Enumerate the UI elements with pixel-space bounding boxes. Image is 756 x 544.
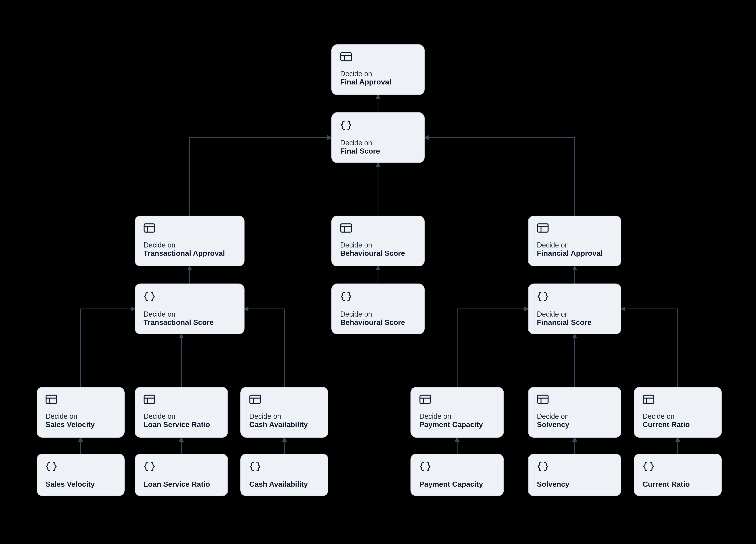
node-title: Financial Approval — [537, 249, 612, 259]
node-title: Transactional Approval — [144, 249, 236, 259]
node-behavioural-score-b[interactable]: Decide onBehavioural Score — [331, 284, 425, 334]
node-solvency-d[interactable]: Decide onSolvency — [528, 387, 621, 438]
node-title: Payment Capacity — [419, 421, 495, 430]
braces-icon — [144, 461, 219, 474]
braces-icon — [340, 291, 416, 304]
node-prefix: Decide on — [537, 310, 612, 319]
edge-current-ratio-d-to-financial-score — [621, 309, 678, 387]
table-icon — [537, 395, 612, 406]
node-payment-capacity-d[interactable]: Decide onPayment Capacity — [410, 387, 504, 438]
node-prefix: Decide on — [144, 412, 219, 421]
svg-rect-27 — [643, 395, 654, 403]
node-cash-availability[interactable]: Cash Availability — [240, 454, 328, 496]
node-prefix: Decide on — [340, 310, 416, 319]
node-prefix: Decide on — [537, 412, 612, 421]
node-title: Current Ratio — [643, 480, 713, 489]
node-title: Solvency — [537, 480, 612, 489]
svg-rect-18 — [250, 395, 260, 403]
table-icon — [340, 223, 416, 235]
edge-payment-capacity-d-to-financial-score — [457, 309, 528, 387]
node-prefix: Decide on — [340, 70, 416, 78]
table-icon — [45, 395, 116, 406]
decision-diagram: Decide onFinal ApprovalDecide onFinal Sc… — [0, 0, 756, 544]
node-title: Solvency — [537, 421, 612, 430]
table-icon — [340, 52, 416, 64]
edge-cash-availability-d-to-transactional-score — [245, 309, 284, 387]
table-icon — [144, 395, 219, 406]
braces-icon — [537, 291, 612, 304]
node-title: Loan Service Ratio — [144, 480, 219, 489]
node-title: Sales Velocity — [45, 480, 116, 489]
node-title: Current Ratio — [643, 421, 713, 430]
node-sales-velocity-d[interactable]: Decide onSales Velocity — [37, 387, 125, 438]
svg-rect-6 — [341, 224, 351, 232]
braces-icon — [537, 461, 612, 474]
node-final-score[interactable]: Decide onFinal Score — [331, 112, 425, 163]
node-prefix: Decide on — [537, 241, 612, 249]
node-solvency[interactable]: Solvency — [528, 454, 621, 496]
table-icon — [419, 395, 495, 406]
table-icon — [643, 395, 713, 406]
node-current-ratio[interactable]: Current Ratio — [634, 454, 722, 496]
node-prefix: Decide on — [144, 241, 236, 249]
node-sales-velocity[interactable]: Sales Velocity — [37, 454, 125, 496]
node-prefix: Decide on — [340, 139, 416, 147]
table-icon — [144, 223, 236, 235]
braces-icon — [144, 291, 236, 304]
braces-icon — [340, 120, 416, 133]
edge-sales-velocity-d-to-transactional-score — [81, 309, 135, 387]
node-prefix: Decide on — [340, 241, 416, 249]
node-title: Final Score — [340, 147, 416, 157]
node-final-approval[interactable]: Decide onFinal Approval — [331, 44, 425, 95]
node-behavioural-score-t[interactable]: Decide onBehavioural Score — [331, 216, 425, 266]
table-icon — [537, 223, 612, 235]
svg-rect-15 — [144, 395, 155, 403]
node-prefix: Decide on — [643, 412, 713, 421]
edge-financial-approval-to-final-score — [425, 138, 575, 216]
svg-rect-24 — [537, 395, 548, 403]
node-prefix: Decide on — [249, 412, 320, 421]
svg-rect-9 — [537, 224, 548, 232]
node-current-ratio-d[interactable]: Decide onCurrent Ratio — [634, 387, 722, 438]
node-title: Transactional Score — [144, 319, 236, 328]
svg-rect-12 — [46, 395, 57, 403]
node-prefix: Decide on — [45, 412, 116, 421]
node-title: Cash Availability — [249, 421, 320, 430]
node-title: Final Approval — [340, 78, 416, 87]
node-title: Sales Velocity — [45, 421, 116, 430]
node-title: Financial Score — [537, 319, 612, 328]
node-transactional-approval[interactable]: Decide onTransactional Approval — [135, 216, 245, 266]
node-title: Payment Capacity — [419, 480, 495, 489]
node-title: Behavioural Score — [340, 319, 416, 328]
svg-rect-3 — [144, 224, 155, 232]
braces-icon — [45, 461, 116, 474]
node-loan-service-ratio[interactable]: Loan Service Ratio — [135, 454, 228, 496]
node-financial-score[interactable]: Decide onFinancial Score — [528, 284, 621, 334]
svg-rect-0 — [341, 53, 351, 61]
braces-icon — [419, 461, 495, 474]
node-title: Behavioural Score — [340, 249, 416, 259]
node-prefix: Decide on — [419, 412, 495, 421]
node-title: Cash Availability — [249, 480, 320, 489]
node-payment-capacity[interactable]: Payment Capacity — [410, 454, 504, 496]
braces-icon — [249, 461, 320, 474]
node-cash-availability-d[interactable]: Decide onCash Availability — [240, 387, 328, 438]
edge-transactional-approval-to-final-score — [190, 138, 331, 216]
node-loan-service-ratio-d[interactable]: Decide onLoan Service Ratio — [135, 387, 228, 438]
svg-rect-21 — [420, 395, 431, 403]
node-financial-approval[interactable]: Decide onFinancial Approval — [528, 216, 621, 266]
table-icon — [249, 395, 320, 406]
braces-icon — [643, 461, 713, 474]
node-title: Loan Service Ratio — [144, 421, 219, 430]
node-transactional-score[interactable]: Decide onTransactional Score — [135, 284, 245, 334]
node-prefix: Decide on — [144, 310, 236, 319]
